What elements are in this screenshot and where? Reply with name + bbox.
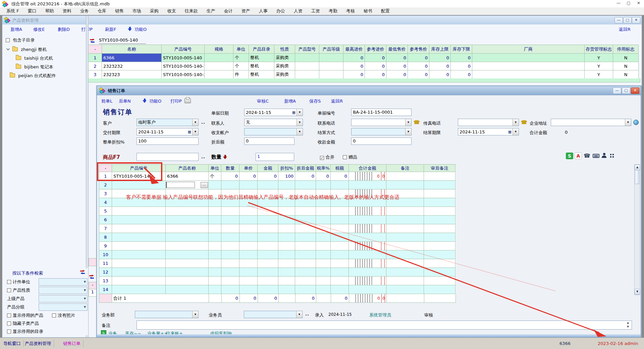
tree-node-peijian[interactable]: peijian 台式机配件 [10, 73, 56, 79]
item-cell[interactable] [166, 285, 209, 294]
item-cell[interactable]: 0 0 [349, 172, 386, 181]
show-disabled-products-checkbox[interactable]: 显示停用的产品 [7, 312, 43, 318]
dropdown-icon[interactable]: ▼ [297, 109, 303, 116]
column-header[interactable]: 库存下限 [451, 45, 472, 54]
save-button[interactable]: 保存S [309, 98, 321, 104]
settle-date-picker[interactable]: 2024-11-15▦▼ [458, 128, 519, 135]
item-cell[interactable] [278, 207, 295, 216]
after-discount-input[interactable]: 0 [244, 137, 294, 145]
column-header[interactable]: 参考进价 [365, 45, 386, 54]
dropdown-icon[interactable]: ▼ [405, 128, 411, 135]
column-header[interactable]: 性质 [274, 45, 295, 54]
menu-item[interactable]: 仓库 [93, 7, 111, 15]
column-header[interactable]: 规格 [205, 45, 233, 54]
include-subdir-checkbox[interactable]: 包含子目录 [6, 37, 35, 43]
item-cell[interactable] [349, 259, 386, 268]
close-icon[interactable]: ✕ [632, 17, 640, 23]
item-cell[interactable] [166, 268, 209, 277]
goods-input[interactable] [137, 153, 199, 161]
column-header[interactable]: 停用标志 [613, 45, 639, 54]
menu-item[interactable]: 考核 [342, 7, 359, 15]
item-cell[interactable] [258, 285, 278, 294]
staff-select[interactable]: ▼ [244, 311, 303, 318]
item-cell[interactable] [209, 259, 221, 268]
phone-select[interactable]: ▼ [351, 119, 412, 126]
item-name-edit-input[interactable] [166, 182, 195, 188]
order-empty-row[interactable]: 14 [99, 285, 456, 294]
item-cell[interactable] [258, 242, 278, 250]
audit-button[interactable]: 审核C [257, 98, 269, 104]
item-cell[interactable] [295, 207, 316, 216]
item-cell[interactable] [386, 233, 424, 242]
product-row[interactable]: 22323232STY1010-005-140-120个整机采购类000000Y… [89, 62, 639, 70]
item-cell[interactable] [424, 285, 455, 294]
expand-icon[interactable] [6, 47, 10, 50]
item-cell[interactable] [258, 233, 278, 242]
item-cell[interactable] [239, 216, 258, 224]
menu-item[interactable]: 人事 [255, 7, 272, 15]
item-cell[interactable] [239, 242, 258, 250]
item-cell[interactable] [239, 207, 258, 216]
item-cell[interactable] [349, 242, 386, 250]
item-cell[interactable] [316, 285, 331, 294]
item-cell[interactable] [424, 216, 455, 224]
item-cell[interactable] [112, 216, 166, 224]
minimize-icon[interactable]: — [613, 88, 621, 94]
customer-select[interactable]: 临时客户▼ [137, 119, 199, 126]
dropdown-icon[interactable]: ▼ [405, 119, 411, 126]
item-cell[interactable] [295, 259, 316, 268]
tree-node-zhengji[interactable]: zhengji 整机 [6, 47, 47, 53]
note-input[interactable] [137, 321, 632, 330]
item-cell[interactable] [331, 224, 349, 233]
item-cell[interactable] [424, 224, 455, 233]
item-cell[interactable] [295, 181, 316, 189]
item-cell[interactable] [278, 268, 295, 277]
item-cell[interactable] [112, 242, 166, 250]
column-header[interactable]: 产品等级 [319, 45, 343, 54]
tab-navigation[interactable]: 导航窗口 [1, 340, 24, 347]
item-cell[interactable] [221, 207, 239, 216]
maximize-icon[interactable]: ▢ [624, 1, 633, 6]
fax-select[interactable]: ▼ [458, 119, 519, 126]
menu-item[interactable]: 办公 [272, 7, 289, 15]
column-header[interactable]: 合计金额 [349, 165, 386, 172]
nature-filter-select[interactable] [39, 287, 88, 294]
item-cell[interactable] [112, 250, 166, 259]
item-cell[interactable] [349, 250, 386, 259]
dept-select[interactable]: ▼ [135, 311, 199, 318]
tab-sales-order[interactable]: 销售订单 [60, 340, 84, 347]
menu-item[interactable]: 业务 [76, 7, 93, 15]
item-cell[interactable] [278, 250, 295, 259]
item-cell[interactable] [278, 224, 295, 233]
item-cell[interactable] [239, 224, 258, 233]
return-button[interactable]: 返回R [619, 26, 631, 33]
item-cell[interactable] [424, 207, 455, 216]
item-lookup-button[interactable]: … [201, 182, 208, 188]
item-cell[interactable] [295, 233, 316, 242]
return-button[interactable]: 返回R [331, 98, 343, 104]
item-cell[interactable]: 0 [258, 172, 278, 181]
product-code-filter-input[interactable]: STY1010-005-140 [99, 37, 146, 44]
column-header[interactable]: 厂商 [472, 45, 585, 54]
order-empty-row[interactable]: 8 [99, 233, 456, 242]
dropdown-icon[interactable]: ▼ [192, 128, 198, 135]
item-cell[interactable] [221, 224, 239, 233]
received-input[interactable]: 0 [351, 137, 412, 145]
item-cell[interactable] [331, 268, 349, 277]
order-empty-row[interactable]: 11 [99, 259, 456, 268]
item-cell[interactable] [424, 259, 455, 268]
item-cell[interactable] [221, 259, 239, 268]
item-cell[interactable] [295, 277, 316, 285]
item-cell[interactable] [424, 189, 455, 198]
item-cell[interactable] [112, 181, 166, 189]
dropdown-icon[interactable]: ▼ [297, 128, 303, 135]
item-cell[interactable] [316, 259, 331, 268]
item-cell[interactable] [221, 216, 239, 224]
column-header[interactable]: 最高进价 [343, 45, 365, 54]
menu-item[interactable]: 市场 [128, 7, 146, 15]
item-cell[interactable] [258, 268, 278, 277]
item-cell[interactable] [331, 233, 349, 242]
item-cell[interactable] [209, 181, 221, 189]
doc-date-picker[interactable]: 2024-11-15▦▼ [244, 109, 303, 116]
item-cell[interactable] [424, 242, 455, 250]
